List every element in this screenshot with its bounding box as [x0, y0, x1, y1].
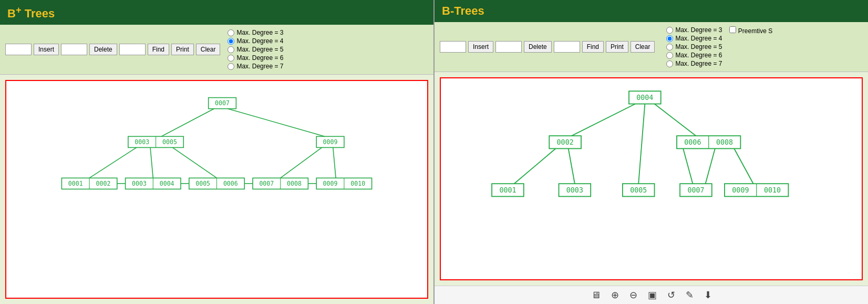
svg-text:0007: 0007	[687, 186, 704, 194]
l2l-right-line	[172, 148, 216, 178]
right-radio-5[interactable]: Max. Degree = 5	[666, 43, 722, 50]
svg-text:0001: 0001	[68, 180, 83, 188]
svg-text:0005: 0005	[195, 180, 210, 188]
right-panel: B-Trees Insert Delete Find Print Clear M…	[435, 0, 868, 304]
btree-l2r-mid	[706, 148, 715, 184]
bottom-toolbar: 🖥 ⊕ ⊖ ▣ ↺ ✎ ⬇	[435, 286, 868, 304]
left-radio-7[interactable]: Max. Degree = 7	[228, 63, 283, 70]
left-canvas: 0007 0003 0005 0009 0001 0002 0003 0004	[5, 80, 428, 299]
right-find-input[interactable]	[554, 41, 580, 53]
right-radio-4[interactable]: Max. Degree = 4	[666, 35, 722, 42]
right-radio-6[interactable]: Max. Degree = 6	[666, 52, 722, 59]
root-left-line	[161, 109, 214, 137]
preemtive-checkbox[interactable]	[729, 26, 736, 33]
right-clear-button[interactable]: Clear	[631, 41, 655, 53]
left-panel: B+ Trees Insert Delete Find Print Clear …	[0, 0, 435, 304]
svg-text:0004: 0004	[636, 94, 653, 102]
svg-text:0007: 0007	[259, 180, 274, 188]
grid-icon[interactable]: ▣	[648, 289, 657, 301]
svg-text:0010: 0010	[764, 186, 781, 194]
edit-icon[interactable]: ✎	[686, 289, 694, 301]
right-radio-3[interactable]: Max. Degree = 3	[666, 26, 722, 34]
svg-text:0006: 0006	[684, 138, 701, 146]
left-insert-button[interactable]: Insert	[34, 44, 59, 55]
btree-root-mid	[638, 104, 645, 184]
right-radio-group: Max. Degree = 3 Max. Degree = 4 Max. Deg…	[666, 26, 722, 67]
l2l-left-line	[89, 148, 137, 178]
left-tree-svg: 0007 0003 0005 0009 0001 0002 0003 0004	[6, 81, 427, 236]
monitor-icon[interactable]: 🖥	[591, 290, 601, 301]
svg-text:0005: 0005	[630, 186, 647, 194]
svg-text:0003: 0003	[135, 138, 149, 146]
svg-text:0010: 0010	[350, 180, 365, 188]
root-right-line	[228, 109, 325, 137]
svg-text:0004: 0004	[160, 180, 174, 188]
download-icon[interactable]: ⬇	[704, 289, 712, 301]
left-delete-button[interactable]: Delete	[89, 44, 117, 55]
left-clear-button[interactable]: Clear	[196, 44, 221, 55]
svg-text:0002: 0002	[557, 138, 574, 146]
l2r-right-line	[333, 148, 336, 178]
right-find-button[interactable]: Find	[582, 41, 604, 53]
l2l-mid-line	[150, 148, 153, 178]
right-print-button[interactable]: Print	[606, 41, 628, 53]
left-delete-input[interactable]	[61, 44, 87, 55]
zoom-out-icon[interactable]: ⊖	[629, 289, 637, 301]
left-find-input[interactable]	[119, 44, 146, 55]
left-toolbar: Insert Delete Find Print Clear Max. Degr…	[0, 25, 433, 75]
btree-l2r-right	[734, 148, 753, 184]
left-radio-5[interactable]: Max. Degree = 5	[228, 46, 283, 53]
left-insert-input[interactable]	[5, 44, 32, 55]
svg-text:0008: 0008	[287, 180, 302, 188]
left-panel-title: B+ Trees	[0, 0, 433, 25]
svg-text:0003: 0003	[132, 180, 147, 188]
svg-text:0005: 0005	[162, 138, 177, 146]
svg-text:0003: 0003	[566, 186, 583, 194]
left-radio-group: Max. Degree = 3 Max. Degree = 4 Max. Deg…	[228, 29, 283, 70]
right-radio-7[interactable]: Max. Degree = 7	[666, 60, 722, 67]
btree-l2l-left	[514, 148, 556, 184]
svg-text:0008: 0008	[716, 138, 733, 146]
right-toolbar: Insert Delete Find Print Clear Max. Degr…	[435, 22, 868, 72]
l2r-left-line	[281, 148, 322, 178]
right-delete-button[interactable]: Delete	[524, 41, 552, 53]
svg-text:0006: 0006	[223, 180, 238, 188]
btree-root-right	[655, 104, 696, 136]
right-insert-input[interactable]	[440, 41, 466, 53]
btree-l2r-left	[683, 148, 693, 184]
right-insert-button[interactable]: Insert	[468, 41, 493, 53]
svg-text:0002: 0002	[96, 180, 111, 188]
svg-text:0009: 0009	[323, 180, 338, 188]
left-radio-3[interactable]: Max. Degree = 3	[228, 29, 283, 36]
preemtive-label: Preemtive S	[729, 26, 772, 35]
svg-text:0009: 0009	[732, 186, 749, 194]
zoom-in-icon[interactable]: ⊕	[611, 289, 619, 301]
right-panel-title: B-Trees	[435, 0, 868, 22]
right-tree-svg: 0004 0002 0006 0008 0001 0003 0005	[441, 78, 862, 245]
btree-l2l-right	[569, 148, 575, 184]
svg-text:0007: 0007	[215, 100, 230, 107]
right-delete-input[interactable]	[495, 41, 522, 53]
refresh-icon[interactable]: ↺	[667, 289, 675, 301]
right-canvas: 0004 0002 0006 0008 0001 0003 0005	[440, 77, 863, 280]
left-radio-4[interactable]: Max. Degree = 4	[228, 37, 283, 45]
svg-text:0009: 0009	[323, 138, 338, 146]
btree-root-left	[572, 104, 635, 136]
svg-text:0001: 0001	[499, 186, 516, 194]
left-radio-6[interactable]: Max. Degree = 6	[228, 54, 283, 62]
left-find-button[interactable]: Find	[148, 44, 169, 55]
left-print-button[interactable]: Print	[171, 44, 194, 55]
